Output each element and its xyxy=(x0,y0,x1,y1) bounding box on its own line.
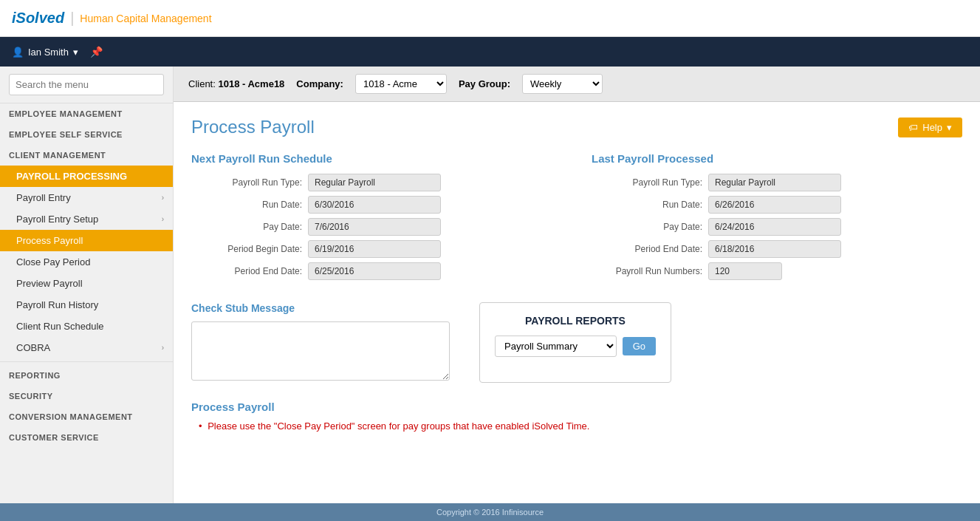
next-pay-date-label: Pay Date: xyxy=(191,222,302,232)
next-run-date-value: 6/30/2016 xyxy=(308,196,441,214)
next-run-type-value: Regular Payroll xyxy=(308,174,441,191)
next-pay-date-row: Pay Date: 7/6/2016 xyxy=(191,218,562,236)
last-run-date-value: 6/26/2016 xyxy=(708,196,841,214)
chevron-icon: › xyxy=(162,344,164,352)
last-period-end-row: Period End Date: 6/18/2016 xyxy=(592,240,962,258)
user-menu-button[interactable]: 👤 Ian Smith ▾ xyxy=(12,47,78,58)
next-run-type-label: Payroll Run Type: xyxy=(191,177,302,188)
last-period-end-label: Period End Date: xyxy=(592,244,702,254)
search-input[interactable] xyxy=(9,74,164,95)
last-run-type-value: Regular Payroll xyxy=(708,174,841,191)
reports-title: PAYROLL REPORTS xyxy=(495,315,656,327)
next-period-begin-row: Period Begin Date: 6/19/2016 xyxy=(191,240,562,258)
schedules-row: Next Payroll Run Schedule Payroll Run Ty… xyxy=(191,152,962,285)
last-run-numbers-value: 120 xyxy=(708,262,782,280)
reports-section: PAYROLL REPORTS Payroll Summary Payroll … xyxy=(479,302,671,383)
next-run-date-row: Run Date: 6/30/2016 xyxy=(191,196,562,214)
reports-select[interactable]: Payroll Summary Payroll Detail Tax Summa… xyxy=(495,336,617,357)
page-content: Process Payroll 🏷 Help ▾ Next Payroll Ru… xyxy=(174,102,980,461)
pay-group-select[interactable]: Weekly Bi-Weekly Monthly xyxy=(522,74,603,94)
next-run-date-label: Run Date: xyxy=(191,200,302,210)
last-period-end-value: 6/18/2016 xyxy=(708,240,841,258)
sidebar-item-cobra[interactable]: COBRA › xyxy=(0,337,173,358)
last-run-numbers-row: Payroll Run Numbers: 120 xyxy=(592,262,962,280)
sidebar-item-payroll-processing[interactable]: PAYROLL PROCESSING xyxy=(0,166,173,187)
last-pay-date-label: Pay Date: xyxy=(592,222,702,232)
next-period-begin-label: Period Begin Date: xyxy=(191,244,302,254)
sidebar-item-process-payroll[interactable]: Process Payroll xyxy=(0,230,173,251)
client-label: Client: xyxy=(188,78,216,89)
last-run-date-row: Run Date: 6/26/2016 xyxy=(592,196,962,214)
logo-bar: iSolved | Human Capital Management xyxy=(0,0,980,37)
chevron-icon: › xyxy=(162,194,164,202)
help-dropdown-icon: ▾ xyxy=(947,122,952,133)
last-run-date-label: Run Date: xyxy=(592,200,702,210)
user-dropdown-icon: ▾ xyxy=(73,47,78,58)
check-stub-textarea[interactable] xyxy=(191,321,450,381)
logo-brand: iSolved xyxy=(12,10,64,27)
chevron-icon: › xyxy=(162,215,164,223)
client-info: Client: 1018 - Acme18 xyxy=(188,78,284,89)
last-pay-date-row: Pay Date: 6/24/2016 xyxy=(592,218,962,236)
check-stub-title: Check Stub Message xyxy=(191,302,450,314)
client-value: 1018 - Acme18 xyxy=(218,78,284,89)
help-icon: 🏷 xyxy=(908,122,918,133)
process-payroll-warning: • Please use the "Close Pay Period" scre… xyxy=(199,420,589,432)
footer-text: Copyright © 2016 Infinisource xyxy=(436,508,544,517)
sidebar-item-client-management[interactable]: CLIENT MANAGEMENT xyxy=(0,145,173,166)
process-payroll-warning-row: • Please use the "Close Pay Period" scre… xyxy=(191,420,962,432)
last-run-type-row: Payroll Run Type: Regular Payroll xyxy=(592,174,962,191)
sidebar-item-payroll-entry-setup[interactable]: Payroll Entry Setup › xyxy=(0,208,173,230)
next-period-end-label: Period End Date: xyxy=(191,266,302,276)
sidebar-item-employee-management[interactable]: EMPLOYEE MANAGEMENT xyxy=(0,103,173,124)
page-title-row: Process Payroll 🏷 Help ▾ xyxy=(191,117,962,137)
next-period-end-value: 6/25/2016 xyxy=(308,262,441,280)
sidebar-item-payroll-entry[interactable]: Payroll Entry › xyxy=(0,187,173,208)
next-payroll-title: Next Payroll Run Schedule xyxy=(191,152,562,165)
main-layout: EMPLOYEE MANAGEMENT EMPLOYEE SELF SERVIC… xyxy=(0,67,980,521)
next-pay-date-value: 7/6/2016 xyxy=(308,218,441,236)
sidebar-item-reporting[interactable]: REPORTING xyxy=(0,365,173,386)
company-select[interactable]: 1018 - Acme 1019 - Test xyxy=(355,74,447,94)
last-run-type-label: Payroll Run Type: xyxy=(592,177,702,188)
content-area: Client: 1018 - Acme18 Company: 1018 - Ac… xyxy=(174,67,980,521)
check-stub-section: Check Stub Message xyxy=(191,302,450,383)
next-period-begin-value: 6/19/2016 xyxy=(308,240,441,258)
page-title: Process Payroll xyxy=(191,117,315,137)
process-payroll-title: Process Payroll xyxy=(191,401,962,413)
search-menu-container xyxy=(0,67,173,103)
pay-group-label: Pay Group: xyxy=(459,78,510,89)
sidebar-item-employee-self-service[interactable]: EMPLOYEE SELF SERVICE xyxy=(0,124,173,145)
sidebar-item-conversion-management[interactable]: CONVERSION MANAGEMENT xyxy=(0,406,173,427)
user-name-label: Ian Smith xyxy=(28,47,69,58)
sidebar-item-customer-service[interactable]: CUSTOMER SERVICE xyxy=(0,427,173,448)
last-payroll-title: Last Payroll Processed xyxy=(592,152,962,165)
last-run-numbers-label: Payroll Run Numbers: xyxy=(592,266,702,276)
next-run-type-row: Payroll Run Type: Regular Payroll xyxy=(191,174,562,191)
footer: Copyright © 2016 Infinisource xyxy=(0,503,980,521)
reports-controls: Payroll Summary Payroll Detail Tax Summa… xyxy=(495,336,656,357)
logo-subtitle: Human Capital Management xyxy=(80,13,211,24)
help-button[interactable]: 🏷 Help ▾ xyxy=(898,118,962,137)
bottom-row: Check Stub Message PAYROLL REPORTS Payro… xyxy=(191,302,962,383)
sidebar-item-preview-payroll[interactable]: Preview Payroll xyxy=(0,273,173,294)
sidebar-item-close-pay-period[interactable]: Close Pay Period xyxy=(0,251,173,273)
sidebar-item-security[interactable]: SECURITY xyxy=(0,386,173,406)
user-bar: 👤 Ian Smith ▾ 📌 xyxy=(0,37,980,67)
next-period-end-row: Period End Date: 6/25/2016 xyxy=(191,262,562,280)
go-button[interactable]: Go xyxy=(623,337,656,355)
last-pay-date-value: 6/24/2016 xyxy=(708,218,841,236)
process-payroll-section: Process Payroll • Please use the "Close … xyxy=(191,401,962,432)
company-label: Company: xyxy=(296,78,343,89)
next-payroll-section: Next Payroll Run Schedule Payroll Run Ty… xyxy=(191,152,562,285)
sidebar: EMPLOYEE MANAGEMENT EMPLOYEE SELF SERVIC… xyxy=(0,67,174,521)
user-icon: 👤 xyxy=(12,47,24,58)
last-payroll-section: Last Payroll Processed Payroll Run Type:… xyxy=(592,152,962,285)
pin-icon[interactable]: 📌 xyxy=(90,46,103,58)
sidebar-item-payroll-run-history[interactable]: Payroll Run History xyxy=(0,294,173,316)
sidebar-item-client-run-schedule[interactable]: Client Run Schedule xyxy=(0,316,173,337)
logo-separator: | xyxy=(70,10,74,27)
top-bar: Client: 1018 - Acme18 Company: 1018 - Ac… xyxy=(174,67,980,102)
sidebar-divider xyxy=(0,361,173,362)
